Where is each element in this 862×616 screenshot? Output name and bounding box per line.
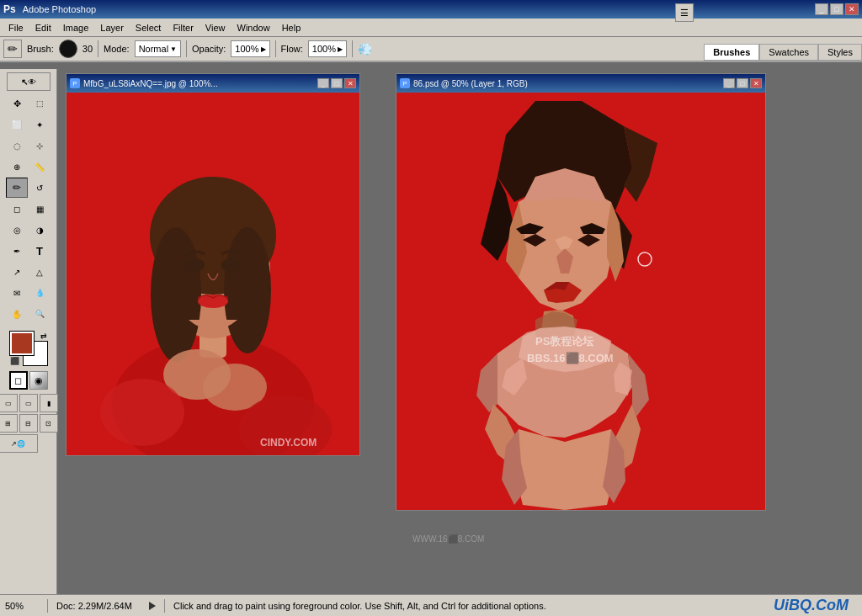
menu-help[interactable]: Help (277, 21, 306, 35)
tool-row-3: ◌ ⊹ (6, 135, 51, 156)
status-divider-1 (47, 599, 48, 613)
eraser-tool[interactable]: ◻ (6, 199, 28, 219)
text-tool[interactable]: T (29, 241, 51, 261)
opacity-value: 100% (235, 44, 258, 54)
uibq-logo: UiBQ.CoM (774, 597, 849, 614)
zoom-tool[interactable]: 🔍 (29, 304, 51, 324)
close-button[interactable]: ✕ (845, 3, 859, 15)
status-hint: Click and drag to paint using foreground… (173, 601, 765, 611)
notes-tool[interactable]: ✉ (6, 283, 28, 303)
history-brush-tool[interactable]: ↺ (29, 178, 51, 198)
status-divider-2 (164, 599, 165, 613)
swap-colors-icon[interactable]: ⇄ (40, 332, 47, 340)
dodge-tool[interactable]: ◑ (29, 220, 51, 240)
panel-tabs: Brushes Swatches Styles (704, 44, 862, 61)
patch-tool[interactable]: ⊕ (6, 157, 28, 177)
doc1-close[interactable]: ✕ (344, 78, 356, 88)
brush-tool-btn[interactable]: ✏ (3, 40, 22, 58)
flow-value-field[interactable]: 100% ▶ (308, 40, 347, 57)
zoom-level: 50% (5, 601, 39, 611)
layout-btn-1[interactable]: ⊞ (0, 414, 18, 433)
pen-tool[interactable]: ✒ (6, 241, 28, 261)
menu-select[interactable]: Select (130, 21, 167, 35)
tab-styles[interactable]: Styles (818, 44, 862, 60)
bottom-watermark: WWW.16⬛8.COM (412, 534, 484, 544)
minimize-button[interactable]: _ (815, 3, 828, 15)
color-swatches: ⇄ ⬛ (10, 332, 47, 365)
document-window-2: P 86.psd @ 50% (Layer 1, RGB) _ □ ✕ (396, 73, 766, 511)
menu-window[interactable]: Window (232, 21, 275, 35)
flow-label: Flow: (281, 44, 303, 54)
marquee-tool[interactable]: ⬜ (6, 114, 28, 135)
move-tool[interactable] (6, 93, 28, 114)
doc2-maximize[interactable]: □ (737, 78, 748, 88)
doc2-title-bar[interactable]: P 86.psd @ 50% (Layer 1, RGB) _ □ ✕ (396, 74, 765, 93)
jump-btn[interactable]: ↗🌐 (0, 434, 38, 453)
brush-size-value: 30 (82, 44, 93, 54)
menu-view[interactable]: View (200, 21, 231, 35)
doc2-minimize[interactable]: _ (723, 78, 735, 88)
mode-dropdown-arrow: ▼ (170, 45, 177, 53)
tool-row-4: ⊕ 📏 (6, 157, 51, 177)
screen-mode-3[interactable]: ▮ (40, 394, 58, 412)
default-colors-icon[interactable]: ⬛ (10, 357, 19, 365)
opacity-value-field[interactable]: 100% ▶ (231, 40, 269, 57)
layout-btn-2[interactable]: ⊟ (19, 414, 38, 433)
title-bar: Ps Adobe Photoshop _ □ ✕ (0, 0, 862, 19)
shape-tool[interactable]: △ (29, 262, 51, 282)
svg-point-12 (100, 379, 184, 446)
lasso-tool[interactable]: ◌ (6, 135, 28, 156)
gradient-tool[interactable]: ▦ (29, 199, 51, 219)
jump-row: ↗🌐 (0, 434, 58, 453)
standard-mode-btn[interactable]: ◻ (9, 371, 28, 390)
opacity-arrow: ▶ (261, 45, 266, 53)
window-controls[interactable]: _ □ ✕ (815, 3, 859, 15)
crop-tool[interactable]: ⊹ (29, 135, 51, 156)
view-icon: 👁 (28, 77, 36, 87)
menu-filter[interactable]: Filter (168, 21, 198, 35)
menu-layer[interactable]: Layer (95, 21, 129, 35)
quick-mask-btn[interactable]: ◉ (29, 371, 48, 390)
eyedropper-tool[interactable]: 💧 (29, 283, 51, 303)
blur-tool[interactable]: ◎ (6, 220, 28, 240)
airbrush-icon[interactable]: 💨 (358, 42, 372, 56)
path-select-tool[interactable]: ↗ (6, 262, 28, 282)
maximize-button[interactable]: □ (830, 3, 843, 15)
doc2-close[interactable]: ✕ (750, 78, 762, 88)
menu-image[interactable]: Image (58, 21, 94, 35)
mode-dropdown[interactable]: Normal ▼ (135, 40, 181, 57)
layout-btn-3[interactable]: ⊡ (40, 414, 58, 433)
tool-row-9: ↗ △ (6, 262, 51, 282)
screen-mode-2[interactable]: ▭ (19, 394, 38, 412)
status-bar: 50% Doc: 2.29M/2.64M Click and drag to p… (0, 594, 862, 616)
doc1-canvas: CINDY.COM (67, 93, 359, 455)
mask-buttons: ◻ ◉ (9, 371, 48, 390)
menu-file[interactable]: File (3, 21, 29, 35)
foreground-color[interactable] (10, 332, 34, 355)
brush-preview[interactable] (59, 40, 77, 58)
doc1-minimize[interactable]: _ (317, 78, 329, 88)
doc1-window-controls[interactable]: _ □ ✕ (317, 78, 356, 88)
website-text: WWW.16⬛8.COM (412, 534, 484, 544)
svg-text:BBS.16⬛8.COM: BBS.16⬛8.COM (527, 351, 614, 365)
tab-brushes[interactable]: Brushes (704, 44, 759, 60)
hand-tool[interactable]: ✋ (6, 304, 28, 324)
brush-tool[interactable]: ✏ (6, 178, 28, 198)
tool-row-7: ◎ ◑ (6, 220, 51, 240)
doc2-window-controls[interactable]: _ □ ✕ (723, 78, 762, 88)
layout-row: ⊞ ⊟ ⊡ (0, 414, 58, 433)
menu-edit[interactable]: Edit (30, 21, 56, 35)
tab-swatches[interactable]: Swatches (759, 44, 818, 60)
tool-selector-top[interactable]: ↖ 👁 (7, 72, 51, 91)
doc1-maximize[interactable]: □ (331, 78, 343, 88)
panel-toggle-btn[interactable]: ☰ (675, 3, 694, 22)
slice-tool[interactable]: ⬚ (29, 93, 51, 114)
tool-row-2: ⬜ ✦ (6, 114, 51, 135)
measure-tool[interactable]: 📏 (29, 157, 51, 177)
doc1-title-bar[interactable]: P MfbG_uLS8iAxNQ==.jpg @ 100%... _ □ ✕ (67, 74, 359, 93)
tool-row-1: ⬚ (6, 93, 51, 114)
app-title: Adobe Photoshop (23, 4, 96, 14)
screen-mode-1[interactable]: ▭ (0, 394, 18, 412)
status-arrow-btn[interactable] (149, 602, 156, 610)
magic-wand-tool[interactable]: ✦ (29, 114, 51, 135)
